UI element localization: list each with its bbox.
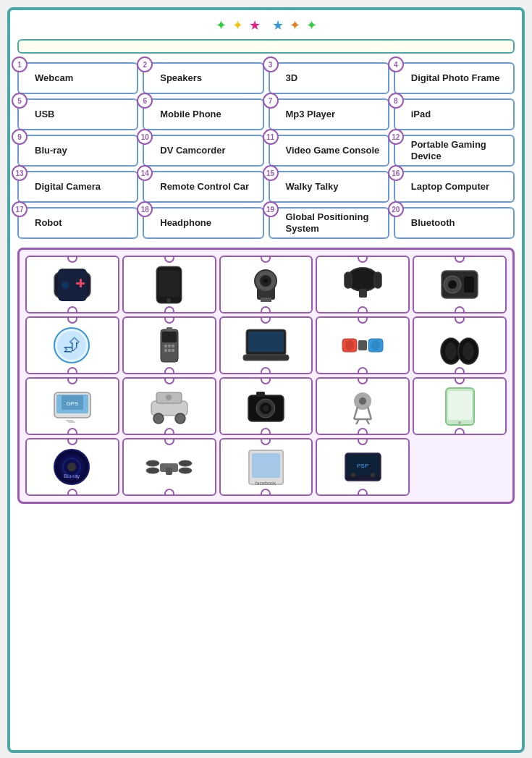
svg-point-50 [153, 413, 164, 424]
label-number-10: 10 [137, 129, 153, 145]
svg-point-51 [175, 413, 185, 424]
label-number-14: 14 [137, 165, 153, 181]
images-grid: ⮵GPSBlu-rayfacebookPSP [25, 256, 507, 496]
label-number-4: 4 [388, 56, 404, 72]
label-text-8: iPad [411, 109, 431, 120]
svg-rect-58 [256, 392, 265, 397]
worksheet-page: ✦ ✦ ★ ★ ✦ ✦ 1Webcam2Speakers33D4Digital … [7, 7, 525, 753]
label-cell-3: 33D [269, 62, 389, 94]
label-text-11: Video Game Console [286, 145, 380, 156]
label-text-1: Webcam [35, 72, 73, 84]
svg-point-2 [62, 282, 69, 289]
gadget-image-1 [25, 256, 119, 313]
star-decor-1: ✦ [216, 17, 227, 33]
svg-rect-26 [164, 345, 167, 348]
label-cell-5: 5USB [17, 98, 138, 130]
label-text-20: Bluetooth [411, 217, 455, 229]
label-text-18: Headphone [160, 217, 211, 229]
gadget-image-18: facebook [219, 438, 313, 496]
svg-point-71 [146, 460, 159, 466]
label-cell-10: 10DV Camcorder [143, 135, 263, 167]
svg-rect-25 [162, 332, 177, 342]
label-number-9: 9 [12, 129, 28, 145]
svg-point-19 [448, 280, 457, 289]
label-number-15: 15 [263, 165, 279, 181]
label-text-3: 3D [286, 72, 298, 84]
svg-point-42 [445, 342, 457, 360]
title-area: ✦ ✦ ★ ★ ✦ ✦ [17, 17, 515, 33]
label-cell-8: 8iPad [394, 98, 515, 130]
svg-point-44 [463, 342, 474, 360]
svg-rect-27 [168, 345, 171, 348]
label-number-8: 8 [388, 93, 404, 109]
svg-point-39 [345, 340, 354, 350]
gadget-image-14 [316, 377, 410, 435]
gadget-image-17 [122, 438, 216, 496]
svg-point-60 [359, 397, 366, 405]
svg-rect-4 [80, 279, 82, 287]
label-text-9: Blu-ray [35, 145, 67, 156]
svg-rect-34 [248, 332, 284, 352]
gadget-image-2 [122, 256, 216, 313]
svg-rect-20 [464, 277, 474, 292]
svg-rect-14 [345, 272, 352, 288]
label-number-18: 18 [137, 201, 153, 217]
label-number-11: 11 [263, 129, 279, 145]
gadget-image-12 [122, 377, 216, 435]
label-cell-1: 1Webcam [17, 62, 138, 94]
label-text-10: DV Camcorder [160, 145, 225, 156]
label-cell-15: 15Walky Talky [269, 171, 389, 203]
svg-rect-70 [166, 468, 172, 475]
svg-point-53 [166, 395, 172, 400]
label-text-17: Robot [35, 217, 62, 229]
label-text-2: Speakers [160, 72, 202, 84]
gadget-image-7 [122, 316, 216, 374]
gadget-image-3 [219, 256, 313, 313]
label-cell-7: 7Mp3 Player [269, 98, 389, 130]
label-cell-18: 18Headphone [143, 207, 263, 239]
svg-text:⮵: ⮵ [63, 335, 80, 355]
star-decor-4: ★ [272, 17, 284, 33]
svg-rect-6 [159, 271, 180, 297]
svg-point-66 [67, 463, 76, 471]
label-number-1: 1 [12, 56, 28, 72]
svg-point-57 [263, 405, 269, 411]
label-number-3: 3 [263, 56, 279, 72]
svg-rect-15 [374, 272, 381, 288]
svg-point-63 [458, 421, 461, 424]
svg-rect-31 [172, 349, 174, 352]
gadget-image-13 [219, 377, 313, 435]
label-text-19: Global Positioning System [286, 211, 384, 234]
gadget-image-8 [219, 316, 313, 374]
star-decor-2: ✦ [232, 17, 243, 33]
gadget-image-10 [413, 316, 507, 374]
svg-point-73 [146, 468, 159, 473]
label-text-7: Mp3 Player [286, 109, 336, 120]
gadget-image-11: GPS [25, 377, 119, 435]
label-cell-13: 13Digital Camera [17, 171, 138, 203]
label-cell-19: 19Global Positioning System [269, 207, 389, 239]
star-decor-5: ✦ [290, 17, 300, 33]
label-text-12: Portable Gaming Device [411, 139, 509, 161]
gadget-image-4 [316, 256, 410, 313]
star-decor-6: ✦ [306, 17, 317, 33]
svg-point-81 [371, 473, 375, 477]
label-number-5: 5 [12, 93, 28, 109]
gadget-image-5 [413, 256, 507, 313]
svg-text:facebook: facebook [256, 481, 276, 486]
label-number-19: 19 [263, 201, 279, 217]
svg-point-7 [166, 298, 171, 303]
gadget-image-15 [413, 377, 507, 435]
gadget-image-9 [316, 316, 410, 374]
label-cell-4: 4Digital Photo Frame [394, 62, 515, 94]
gadget-image-16: Blu-ray [25, 438, 119, 496]
svg-point-72 [179, 460, 192, 466]
gadget-image-19: PSP [316, 438, 410, 496]
label-cell-11: 11Video Game Console [269, 135, 389, 167]
labels-grid: 1Webcam2Speakers33D4Digital Photo Frame5… [17, 62, 515, 239]
label-text-15: Walky Talky [286, 181, 339, 193]
svg-rect-29 [164, 349, 167, 352]
label-number-20: 20 [388, 201, 404, 217]
svg-rect-32 [166, 327, 172, 331]
svg-rect-37 [358, 340, 367, 350]
